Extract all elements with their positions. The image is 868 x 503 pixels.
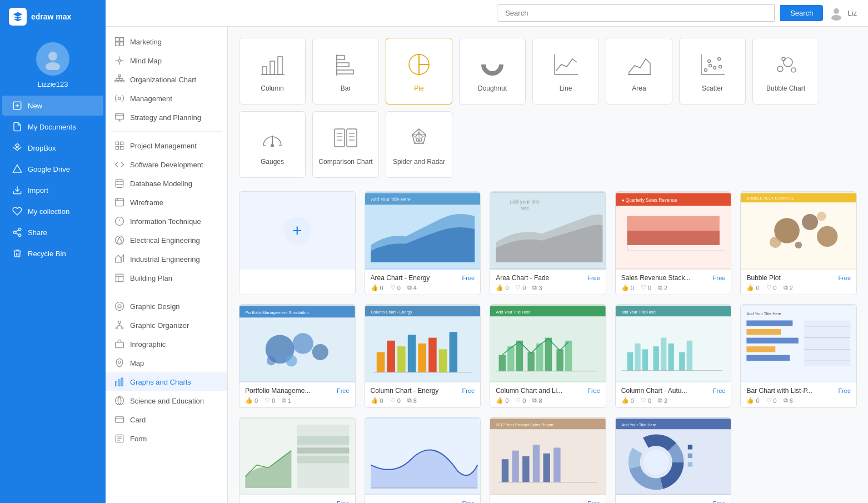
chart-type-bar[interactable]: Bar (312, 38, 379, 104)
template-card-sales-revenue[interactable]: ● Quarterly Sales Revenue Sales Revenue … (615, 191, 732, 295)
copies-column-autu: ⧉ 2 (658, 397, 667, 404)
sidebar-item-my-collection[interactable]: My collection (2, 201, 103, 221)
svg-point-40 (116, 180, 123, 182)
template-preview-14: Add Your Title Here (616, 417, 731, 495)
mid-nav-label-info-technique: Information Technique (130, 217, 201, 226)
template-title-column-autu: Column Chart - Autu... (621, 387, 710, 395)
likes-bubble-plot: 👍 0 (746, 284, 759, 291)
svg-rect-196 (297, 447, 349, 453)
svg-point-65 (116, 397, 124, 405)
template-card-new[interactable]: + (239, 191, 356, 295)
sidebar-item-new[interactable]: New (2, 96, 103, 116)
svg-rect-150 (397, 346, 406, 372)
svg-line-10 (16, 230, 18, 232)
mid-nav-db-modeling[interactable]: Database Modeling (106, 174, 227, 193)
search-input[interactable] (497, 4, 775, 22)
template-card-column-energy[interactable]: Column Chart - Energy (365, 304, 481, 408)
template-card-bar-list[interactable]: Add Your Title Here (740, 304, 857, 408)
template-card-bubble-plot[interactable]: BUBBLE PLOT EXAMPLE Bubble (740, 191, 857, 295)
template-badge-sales-revenue: Free (713, 275, 726, 281)
favs-area-energy: ♡ 0 (390, 284, 401, 291)
chart-type-area[interactable]: Area (606, 38, 672, 104)
add-template-icon: + (283, 217, 311, 245)
template-card-12[interactable]: Free 👍 0 ♡ 0 ⧉ 0 (365, 417, 481, 503)
svg-rect-60 (116, 342, 124, 348)
svg-point-144 (267, 356, 276, 366)
area-chart-icon (625, 50, 654, 79)
mid-nav-infographic[interactable]: Infographic (106, 335, 227, 353)
chart-type-pie[interactable]: Pie (386, 38, 452, 104)
mid-nav-map[interactable]: Map (106, 353, 227, 372)
mid-nav-org-chart[interactable]: Organizational Chart (106, 70, 227, 89)
template-preview-portfolio: Portfolio Management Simulation (240, 305, 355, 382)
template-preview-area-energy: Add Your Title Here (365, 192, 481, 270)
user-icon-area[interactable]: Liz (829, 6, 857, 21)
svg-rect-205 (522, 456, 529, 482)
svg-rect-13 (116, 38, 119, 42)
mid-nav-software-dev[interactable]: Software Development (106, 155, 227, 174)
template-card-column-autu[interactable]: add Your Title Here (615, 304, 732, 408)
svg-point-135 (817, 212, 826, 221)
mid-nav-label-software-dev: Software Development (130, 161, 203, 169)
mid-nav-project-mgmt[interactable]: Project Management (106, 136, 227, 155)
mid-nav-label-strategy: Strategy and Planning (130, 113, 201, 122)
mid-nav-graphs-charts[interactable]: Graphs and Charts (106, 372, 227, 391)
svg-rect-186 (747, 346, 776, 352)
mid-nav-building[interactable]: Building Plan (106, 268, 227, 287)
chart-type-scatter[interactable]: Scatter (679, 38, 746, 104)
mid-nav-management[interactable]: Management (106, 89, 227, 108)
svg-rect-49 (116, 274, 123, 282)
likes-column-autu: 👍 0 (621, 397, 634, 404)
sidebar-item-share[interactable]: Share (2, 222, 103, 242)
chart-type-gauges[interactable]: Gauges (239, 111, 306, 178)
mid-nav-electrical[interactable]: Electrical Engineering (106, 231, 227, 250)
template-card-14[interactable]: Add Your Title Here (615, 417, 732, 503)
template-title-row-column-li: Column Chart and Li... Free (496, 387, 600, 395)
template-title-new (245, 274, 350, 282)
chart-type-spider[interactable]: Spider and Radar (386, 111, 452, 178)
favs-bar-list: ♡ 0 (766, 397, 777, 404)
mid-nav-strategy[interactable]: Strategy and Planning (106, 108, 227, 127)
template-card-area-fade[interactable]: add your title here Area Chart - Fade Fr… (490, 191, 606, 295)
copies-area-energy: ⧉ 4 (407, 284, 417, 291)
template-card-13[interactable]: 2017 Year Product Sales Report (490, 417, 606, 503)
chart-type-doughnut[interactable]: Doughnut (459, 38, 526, 104)
sidebar-logo: edraw max (0, 0, 106, 33)
sidebar-item-dropbox[interactable]: DropBox (2, 138, 103, 158)
template-card-11[interactable]: Free 👍 0 ♡ 0 ⧉ 0 (239, 417, 356, 503)
mid-nav-graphic-design[interactable]: Graphic Design (106, 297, 227, 316)
mid-nav-graphic-organizer[interactable]: Graphic Organizer (106, 316, 227, 335)
template-card-column-li[interactable]: Add Your Title Here (490, 304, 606, 408)
svg-point-61 (118, 361, 121, 363)
mid-nav-wireframe[interactable]: Wireframe (106, 193, 227, 212)
template-preview-column-energy: Column Chart - Energy (365, 305, 481, 382)
svg-rect-125 (627, 231, 720, 245)
mid-nav-science-education[interactable]: Science and Education (106, 391, 227, 410)
templates-grid: + (239, 191, 857, 503)
sidebar-item-google-drive[interactable]: Google Drive (2, 159, 103, 179)
sidebar-item-import[interactable]: Import (2, 180, 103, 200)
mid-nav-form[interactable]: Form (106, 429, 227, 448)
mid-nav-card[interactable]: Card (106, 410, 227, 429)
chart-type-comparison[interactable]: Comparison Chart (312, 111, 379, 178)
mid-nav-info-technique[interactable]: Information Technique (106, 212, 227, 231)
template-stats-column-energy: 👍 0 ♡ 0 ⧉ 8 (371, 397, 475, 404)
svg-rect-25 (122, 81, 124, 82)
favs-area-fade: ♡ 0 (515, 284, 526, 291)
sidebar-item-recycle-bin[interactable]: Recycle Bin (2, 243, 103, 263)
svg-point-134 (770, 236, 781, 248)
mid-nav-marketing[interactable]: Marketing (106, 32, 227, 51)
template-preview-bar-list: Add Your Title Here (741, 305, 856, 382)
mid-nav-industrial[interactable]: Industrial Engineering (106, 250, 227, 268)
chart-type-doughnut-label: Doughnut (478, 84, 507, 92)
sidebar-item-my-documents[interactable]: My Documents (2, 117, 103, 137)
mid-nav-mind-map[interactable]: Mind Map (106, 51, 227, 70)
template-card-portfolio[interactable]: Portfolio Management Simulation Portfoli… (239, 304, 356, 408)
template-card-area-energy[interactable]: Add Your Title Here Area Chart - Energy … (365, 191, 481, 295)
svg-point-7 (13, 231, 16, 234)
chart-type-bubble[interactable]: Bubble Chart (752, 38, 819, 104)
chart-type-line[interactable]: Line (532, 38, 599, 104)
chart-type-column[interactable]: Column (239, 38, 306, 104)
svg-rect-172 (627, 352, 633, 371)
search-button[interactable]: Search (780, 5, 823, 21)
